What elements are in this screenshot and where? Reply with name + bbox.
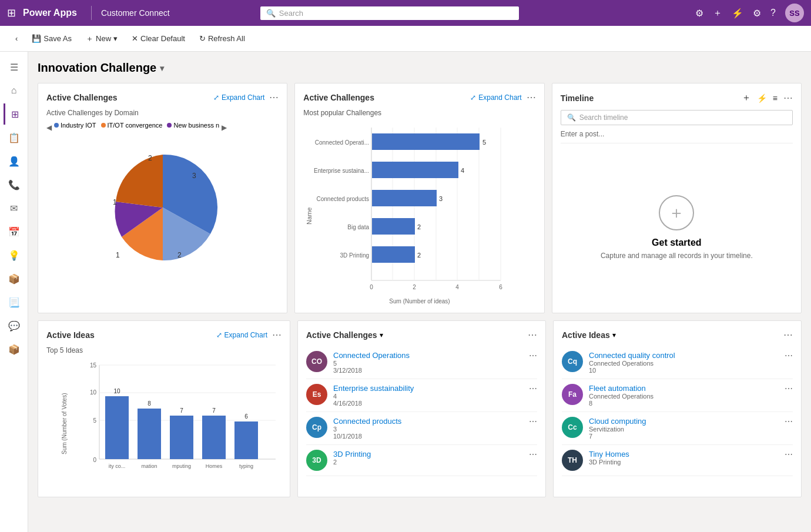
legend-dot-new-business bbox=[167, 123, 172, 128]
svg-text:2: 2 bbox=[417, 252, 421, 259]
sidebar-item-activities[interactable]: 📋 bbox=[4, 127, 25, 148]
challenges-list-scroll: CO Connected Operations 5 3/12/2018 ⋯ Es… bbox=[306, 346, 537, 476]
apps-grid-icon[interactable]: ⊞ bbox=[7, 6, 16, 19]
list-item-more-th[interactable]: ⋯ bbox=[785, 450, 793, 459]
sidebar-item-contacts[interactable]: 👤 bbox=[4, 150, 25, 172]
challenges-list-more[interactable]: ⋯ bbox=[528, 329, 537, 340]
list-item: Fa Fleet automation Connected Operations… bbox=[562, 379, 793, 412]
sidebar-item-box[interactable]: 📦 bbox=[4, 339, 25, 360]
list-avatar-3d: 3D bbox=[306, 450, 327, 471]
sidebar-item-calendar[interactable]: 📅 bbox=[4, 221, 25, 242]
svg-text:ity co...: ity co... bbox=[109, 463, 126, 469]
list-item-more-3d[interactable]: ⋯ bbox=[529, 450, 537, 459]
list-item-more-es[interactable]: ⋯ bbox=[529, 384, 537, 393]
sidebar-item-home[interactable]: ⌂ bbox=[4, 80, 25, 101]
list-item-name-3d[interactable]: 3D Printing bbox=[333, 450, 523, 459]
sidebar-item-products[interactable]: 📦 bbox=[4, 268, 25, 289]
svg-text:Big data: Big data bbox=[348, 224, 370, 230]
sidebar-item-menu[interactable]: ☰ bbox=[4, 56, 25, 78]
bar-y-axis-label: Name bbox=[303, 122, 313, 310]
ideas-list-scroll: Cq Connected quality control Connected O… bbox=[562, 346, 793, 476]
list-item-more-co[interactable]: ⋯ bbox=[529, 351, 537, 360]
ideas-list-more[interactable]: ⋯ bbox=[783, 329, 793, 340]
bar-expand-icon: ⤢ bbox=[470, 93, 476, 102]
settings-icon[interactable]: ⚙ bbox=[695, 8, 703, 19]
ideas-expand-button[interactable]: ⤢ Expand Chart bbox=[216, 331, 267, 339]
help-icon[interactable]: ? bbox=[770, 8, 776, 18]
legend-next-icon[interactable]: ▶ bbox=[222, 123, 227, 132]
list-avatar-fa: Fa bbox=[562, 384, 583, 405]
add-icon[interactable]: ＋ bbox=[713, 7, 722, 19]
timeline-more-button[interactable]: ⋯ bbox=[783, 92, 793, 103]
challenges-list-chevron[interactable]: ▾ bbox=[380, 331, 383, 339]
timeline-enter-post[interactable]: Enter a post... bbox=[561, 130, 793, 143]
new-button[interactable]: ＋ New ▾ bbox=[80, 30, 123, 48]
filter-icon[interactable]: ⚡ bbox=[732, 8, 743, 19]
new-icon: ＋ bbox=[86, 34, 93, 44]
svg-rect-45 bbox=[138, 409, 161, 459]
list-item: 3D 3D Printing 2 ⋯ bbox=[306, 445, 537, 476]
save-as-button[interactable]: 💾 Save As bbox=[26, 31, 78, 46]
pie-expand-button[interactable]: ⤢ Expand Chart bbox=[213, 93, 264, 102]
list-item-date-co: 3/12/2018 bbox=[333, 367, 523, 374]
list-item-count-cq: 10 bbox=[589, 367, 779, 374]
refresh-all-button[interactable]: ↻ Refresh All bbox=[193, 31, 251, 46]
brand-name: Power Apps bbox=[23, 8, 77, 18]
ideas-chart-subtitle: Top 5 Ideas bbox=[46, 346, 281, 354]
list-item-date-es: 4/16/2018 bbox=[333, 400, 523, 407]
svg-rect-54 bbox=[234, 421, 258, 459]
list-item-name-th[interactable]: Tiny Homes bbox=[589, 450, 779, 459]
app-name: Customer Connect bbox=[101, 8, 170, 18]
sidebar-item-chat[interactable]: 💬 bbox=[4, 315, 25, 336]
timeline-filter-icon[interactable]: ⚡ bbox=[757, 93, 767, 103]
svg-text:Homes: Homes bbox=[206, 463, 223, 469]
bar-expand-button[interactable]: ⤢ Expand Chart bbox=[470, 93, 521, 102]
timeline-add-icon[interactable]: ＋ bbox=[742, 92, 751, 104]
svg-rect-17 bbox=[372, 162, 458, 178]
ideas-chart-header: Active Ideas ⤢ Expand Chart ⋯ bbox=[46, 329, 281, 340]
sidebar-item-mail[interactable]: ✉ bbox=[4, 198, 25, 219]
active-challenges-pie-card: Active Challenges ⤢ Expand Chart ⋯ Activ… bbox=[38, 83, 287, 313]
svg-text:3: 3 bbox=[439, 195, 443, 202]
gear-icon[interactable]: ⚙ bbox=[753, 8, 761, 19]
page-title-chevron[interactable]: ▾ bbox=[160, 63, 164, 73]
timeline-search-bar[interactable]: 🔍 Search timeline bbox=[561, 110, 793, 125]
list-item-name-cq[interactable]: Connected quality control bbox=[589, 351, 779, 360]
ideas-chart-title: Active Ideas bbox=[46, 330, 95, 340]
sidebar-item-list[interactable]: 📃 bbox=[4, 292, 25, 313]
toolbar: ‹ 💾 Save As ＋ New ▾ ✕ Clear Default ↻ Re… bbox=[0, 26, 811, 52]
timeline-sort-icon[interactable]: ≡ bbox=[773, 93, 778, 103]
sidebar-item-dashboard[interactable]: ⊞ bbox=[4, 103, 25, 125]
ideas-list-chevron[interactable]: ▾ bbox=[612, 331, 616, 339]
svg-rect-14 bbox=[372, 133, 480, 150]
list-item-content-co: Connected Operations 5 3/12/2018 bbox=[333, 351, 523, 374]
bar-more-button[interactable]: ⋯ bbox=[527, 92, 536, 103]
list-item-name-co[interactable]: Connected Operations bbox=[333, 351, 523, 360]
list-item-count-fa: 8 bbox=[589, 400, 779, 407]
list-item-more-fa[interactable]: ⋯ bbox=[785, 384, 793, 393]
list-item-name-fa[interactable]: Fleet automation bbox=[589, 384, 779, 393]
list-item-name-cp[interactable]: Connected products bbox=[333, 417, 523, 426]
ideas-more-button[interactable]: ⋯ bbox=[272, 329, 281, 340]
list-item-name-es[interactable]: Enterprise sustainability bbox=[333, 384, 523, 393]
clear-default-button[interactable]: ✕ Clear Default bbox=[126, 31, 191, 46]
user-avatar[interactable]: SS bbox=[785, 4, 804, 22]
legend-prev-icon[interactable]: ◀ bbox=[46, 123, 52, 132]
list-item: Es Enterprise sustainability 4 4/16/2018… bbox=[306, 379, 537, 412]
sidebar-item-phone[interactable]: 📞 bbox=[4, 174, 25, 195]
sidebar-item-ideas[interactable]: 💡 bbox=[4, 245, 25, 266]
refresh-icon: ↻ bbox=[199, 34, 206, 43]
global-search[interactable]: 🔍 Search bbox=[260, 6, 519, 20]
list-item-more-cq[interactable]: ⋯ bbox=[785, 351, 793, 360]
legend-dot-it-ot bbox=[101, 123, 106, 128]
svg-text:mputing: mputing bbox=[172, 463, 191, 469]
list-item-more-cp[interactable]: ⋯ bbox=[529, 417, 537, 426]
svg-text:5: 5 bbox=[482, 139, 486, 146]
list-item-more-cc[interactable]: ⋯ bbox=[785, 417, 793, 426]
list-avatar-es: Es bbox=[306, 384, 327, 405]
svg-text:1: 1 bbox=[116, 251, 120, 259]
top-nav: ⊞ Power Apps Customer Connect 🔍 Search ⚙… bbox=[0, 0, 811, 26]
pie-more-button[interactable]: ⋯ bbox=[269, 92, 279, 103]
list-item-name-cc[interactable]: Cloud computing bbox=[589, 417, 779, 426]
back-button[interactable]: ‹ bbox=[9, 31, 24, 46]
